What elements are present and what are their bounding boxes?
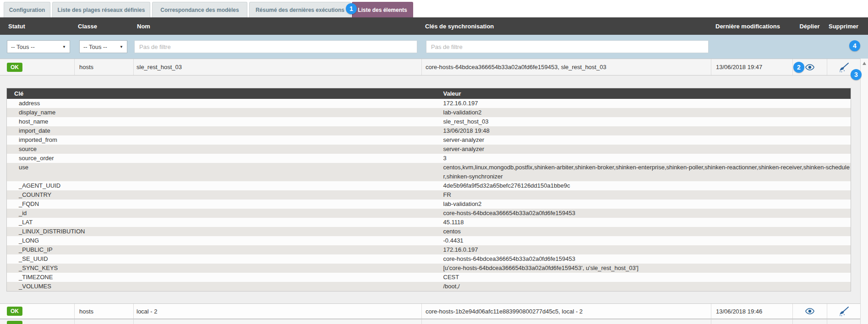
detail-key: _COUNTRY [7,190,437,200]
detail-key: source_order [7,154,437,163]
tab-correspondance-modeles[interactable]: Correspondance des modèles [152,2,247,17]
detail-value: CEST [437,273,851,282]
detail-key: use [7,163,437,181]
detail-key: _SYNC_KEYS [7,264,437,273]
detail-value: 3 [437,154,851,163]
detail-value: -0.4431 [437,236,851,245]
detail-value: 172.16.0.197 [437,99,851,108]
detail-column-header-cle: Clé [7,88,437,99]
vertical-scrollbar[interactable] [860,59,868,324]
status-filter-value: -- Tous -- [11,43,60,50]
row-last-modified: 13/06/2018 19:47 [711,59,792,75]
detail-table: Clé Valeur address 172.16.0.197 display_… [6,88,851,292]
tab-plages-reseaux[interactable]: Liste des plages réseaux définies [52,2,150,17]
detail-value: centos [437,227,851,236]
detail-row: _AGENT_UUID 4de5b96fa9f5d32a65befc276126… [7,181,851,190]
detail-table-body: address 172.16.0.197 display_name lab-va… [7,99,851,292]
detail-value: server-analyzer [437,135,851,145]
expand-row-button[interactable] [805,308,814,314]
detail-value: /boot,/ [437,282,851,292]
detail-column-header-valeur: Valeur [437,88,851,99]
detail-row: display_name lab-validation2 [7,108,851,117]
detail-row: _id core-hosts-64bdcea366654b33a02a0fd6f… [7,209,851,218]
detail-key: _LAT [7,218,437,227]
status-badge: OK [7,307,22,316]
annotation-badge-2: 2 [793,62,804,73]
detail-key: source [7,145,437,154]
column-header-statut: Statut [0,17,74,35]
detail-key: _TIMEZONE [7,273,437,282]
detail-key: _SE_UUID [7,254,437,264]
detail-key: _LINUX_DISTRIBUTION [7,227,437,236]
detail-value: server-analyzer [437,145,851,154]
row-class: hosts [74,59,133,75]
detail-row: use centos,kvm,linux,mongodb,postfix,shi… [7,163,851,181]
table-row: OK hosts sle_rest_host_03 core-hosts-64b… [0,59,860,76]
status-badge: OK [7,63,22,72]
column-header-nom: Nom [133,17,421,35]
detail-row: _COUNTRY FR [7,190,851,200]
detail-value: 13/06/2018 19:48 [437,126,851,135]
expand-row-button[interactable] [805,64,814,70]
delete-row-button[interactable] [838,62,849,72]
eye-icon [805,309,814,316]
tab-resume-executions[interactable]: Résumé des dernières exécutions [249,2,351,17]
row-sync-keys: core-hosts-64bdcea366654b33a02a0fd6fe159… [421,59,711,75]
row-sync-keys: core-hosts-1b2e94d06afc11e883990800277d4… [421,304,711,319]
class-filter-value: -- Tous -- [83,43,117,50]
row-detail-panel: Clé Valeur address 172.16.0.197 display_… [0,76,860,303]
detail-key: display_name [7,108,437,117]
tab-configuration[interactable]: Configuration [4,2,50,17]
detail-row: _FQDN lab-validation2 [7,200,851,209]
table-row: OK hosts local - 2 core-hosts-1b2e94d06a… [0,303,860,319]
detail-row: _SE_UUID core-hosts-64bdcea366654b33a02a… [7,254,851,264]
detail-value: core-hosts-64bdcea366654b33a02a0fd6fe159… [437,254,851,264]
detail-key: import_date [7,126,437,135]
sync-keys-filter-input[interactable] [426,40,709,53]
detail-row: _SYNC_KEYS [u'core-hosts-64bdcea366654b3… [7,264,851,273]
filter-row: -- Tous -- ▼ -- Tous -- ▼ [0,35,868,59]
detail-value: 4de5b96fa9f5d32a65befc276126dd150a1bbe9c [437,181,851,190]
row-class: hosts [74,304,133,319]
class-filter-select[interactable]: -- Tous -- ▼ [79,40,127,53]
row-name: local - 2 [133,304,421,319]
annotation-badge-1: 1 [346,3,357,14]
detail-row: _LINUX_DISTRIBUTION centos [7,227,851,236]
status-badge [7,321,22,324]
table-header: Statut Classe Nom Clés de synchronisatio… [0,17,868,35]
detail-key: _FQDN [7,200,437,209]
broom-icon [838,67,849,74]
detail-key: host_name [7,117,437,126]
row-name: sle_rest_host_03 [133,59,421,75]
chevron-down-icon: ▼ [62,45,66,49]
scroll-up-icon[interactable] [863,62,866,65]
detail-row: _VOLUMES /boot,/ [7,282,851,292]
chevron-down-icon: ▼ [120,45,123,49]
table-row-partial [0,319,860,324]
detail-value: lab-validation2 [437,200,851,209]
detail-value: sle_rest_host_03 [437,117,851,126]
column-header-derniere-modifications: Dernière modifications [711,17,792,35]
name-filter-input[interactable] [134,40,417,53]
column-header-deplier: Déplier [792,17,827,35]
annotation-badge-4: 4 [849,40,860,51]
detail-key: imported_from [7,135,437,145]
delete-row-button[interactable] [838,306,849,316]
tab-bar: Configuration Liste des plages réseaux d… [0,0,868,17]
detail-row: _TIMEZONE CEST [7,273,851,282]
detail-row: _PUBLIC_IP 172.16.0.197 [7,245,851,254]
column-header-supprimer: Supprimer [827,17,860,35]
detail-value: lab-validation2 [437,108,851,117]
detail-row: _LONG -0.4431 [7,236,851,245]
status-filter-select[interactable]: -- Tous -- ▼ [7,40,70,53]
detail-key: address [7,99,437,108]
detail-row: import_date 13/06/2018 19:48 [7,126,851,135]
broom-icon [838,311,849,318]
row-last-modified: 13/06/2018 19:46 [711,304,792,319]
tab-liste-elements[interactable]: Liste des élements [352,2,413,17]
detail-value: FR [437,190,851,200]
detail-row: imported_from server-analyzer [7,135,851,145]
detail-row: _LAT 45.1118 [7,218,851,227]
detail-value: core-hosts-64bdcea366654b33a02a0fd6fe159… [437,209,851,218]
eye-icon [805,65,814,72]
